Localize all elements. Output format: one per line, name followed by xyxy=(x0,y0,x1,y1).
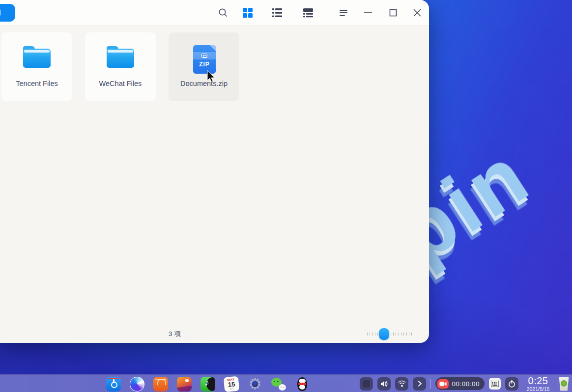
search-icon[interactable] xyxy=(217,6,229,19)
list-view-icon[interactable] xyxy=(271,6,284,19)
zip-file-icon: ZIP xyxy=(193,45,216,74)
navigation-tab[interactable] xyxy=(0,4,15,22)
dock-qq-icon[interactable] xyxy=(295,377,310,392)
shutdown-icon[interactable] xyxy=(505,377,518,391)
tray-app-icon[interactable] xyxy=(360,377,373,391)
tab-glyph-icon xyxy=(0,9,0,16)
dock: ♪ MAY 15 SAT ⚙ xyxy=(106,376,310,392)
taskbar: ♪ MAY 15 SAT ⚙ xyxy=(0,374,572,392)
maximize-button[interactable] xyxy=(387,6,400,19)
icon-size-slider[interactable] xyxy=(367,333,414,336)
recorder-camera-icon xyxy=(437,379,449,389)
dock-wechat-icon[interactable] xyxy=(271,377,286,392)
file-item-documents-zip[interactable]: ZIP Documents.zip xyxy=(169,32,239,101)
slider-handle[interactable] xyxy=(379,328,389,340)
mouse-cursor xyxy=(207,70,215,84)
volume-icon[interactable] xyxy=(377,377,391,391)
tray-expand-chevron-icon[interactable] xyxy=(413,377,426,391)
clock-time: 0:25 xyxy=(523,376,553,386)
onscreen-keyboard-icon[interactable] xyxy=(489,378,501,390)
close-button[interactable] xyxy=(411,6,424,19)
folder-icon xyxy=(107,46,134,68)
item-count-label: 3 项 xyxy=(169,330,181,338)
dock-image-viewer-icon[interactable] xyxy=(177,377,192,392)
file-manager-window: Tencent Files WeChat Files ZIP Documents… xyxy=(0,0,429,343)
file-name-label: WeChat Files xyxy=(87,80,154,87)
dock-music-icon[interactable]: ♪ xyxy=(200,377,215,392)
file-name-label: Tencent Files xyxy=(3,80,70,87)
taskbar-clock[interactable]: 0:25 2021/5/15 xyxy=(523,376,553,392)
dock-browser-icon[interactable] xyxy=(130,377,144,392)
folder-icon xyxy=(23,46,51,68)
detail-view-icon[interactable] xyxy=(302,6,315,19)
tray-separator xyxy=(355,379,355,389)
screen: pin xyxy=(0,0,572,392)
grid-view-icon[interactable] xyxy=(241,6,254,19)
trash-icon[interactable] xyxy=(558,377,570,391)
calendar-weekday-label: SAT xyxy=(225,387,239,391)
title-menu-icon[interactable] xyxy=(337,6,350,19)
file-item-wechat-files[interactable]: WeChat Files xyxy=(85,32,156,101)
dock-calendar-icon[interactable]: MAY 15 SAT xyxy=(224,376,240,392)
dock-control-center-icon[interactable]: ⚙ xyxy=(248,377,262,392)
screen-recorder-indicator[interactable]: 00:00:00 xyxy=(435,377,485,390)
minimize-button[interactable] xyxy=(362,6,374,19)
dock-app-store-icon[interactable] xyxy=(153,377,168,392)
wifi-icon[interactable] xyxy=(395,377,408,391)
archive-glyph-icon xyxy=(201,54,207,58)
dock-file-manager-icon[interactable] xyxy=(106,377,121,392)
file-item-tencent-files[interactable]: Tencent Files xyxy=(1,32,72,101)
clock-date: 2021/5/15 xyxy=(523,387,553,392)
window-statusbar: 3 项 xyxy=(0,325,429,343)
tray-separator xyxy=(430,379,431,389)
system-tray: 00:00:00 0:25 2021/5/15 xyxy=(355,375,570,392)
file-name-label: Documents.zip xyxy=(171,80,237,87)
recorder-time: 00:00:00 xyxy=(452,380,480,388)
window-titlebar[interactable] xyxy=(0,0,429,26)
